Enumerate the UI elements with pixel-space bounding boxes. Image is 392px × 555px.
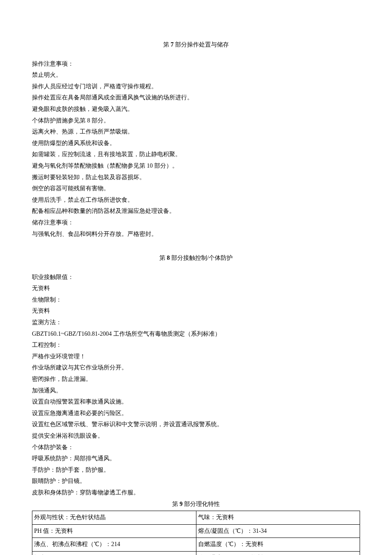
text-line: 工程控制： <box>32 340 360 351</box>
text-line: 设置自动报警装置和事故通风设施。 <box>32 396 360 408</box>
text-line: 个体防护措施参见第 8 部分。 <box>32 115 360 127</box>
table-cell: PH 值：无资料 <box>32 524 196 538</box>
properties-table: 外观与性状：无色针状结晶 气味：无资料 PH 值：无资料 熔点/凝固点（℃）：3… <box>32 511 360 555</box>
text-line: 避免眼和皮肤的接触，避免吸入蒸汽。 <box>32 104 360 115</box>
table-row: 闪点（℃）：30 分解温度（℃）：无资料 <box>32 551 360 555</box>
section8-heading: 第 8 部分接触控制/个体防护 <box>32 253 360 264</box>
table-cell: 闪点（℃）：30 <box>32 551 196 555</box>
heading-pre: 第 <box>172 501 180 507</box>
section7-content: 操作注意事项： 禁止明火。 操作人员应经过专门培训，严格遵守操作规程。 操作处置… <box>32 58 360 240</box>
text-line: 提供安全淋浴和洗眼设备。 <box>32 430 360 442</box>
text-line: 密闭操作，防止泄漏。 <box>32 374 360 385</box>
table-row: 沸点、初沸点和沸程（℃）：214 自燃温度（℃）：无资料 <box>32 538 360 552</box>
text-line: 无资料 <box>32 283 360 294</box>
text-line: 无资料 <box>32 305 360 317</box>
table-cell: 沸点、初沸点和沸程（℃）：214 <box>32 538 196 552</box>
text-line: 配备相应品种和数量的消防器材及泄漏应急处理设备。 <box>32 206 360 217</box>
heading-pre: 第 <box>159 255 167 261</box>
text-line: GBZT160.1~GBZ/T160.81-2004 工作场所空气有毒物质测定（… <box>32 328 360 340</box>
text-line: 储存注意事项： <box>32 217 360 229</box>
text-line: 职业接触限值： <box>32 272 360 283</box>
text-line: 使用后洗手，禁止在工作场所进饮食。 <box>32 195 360 206</box>
heading-post: 部分操作处置与储存 <box>174 41 229 48</box>
heading-num: 7 <box>171 41 174 48</box>
text-line: 避免与氧化剂等禁配物接触（禁配物参见第 10 部分）。 <box>32 160 360 172</box>
heading-pre: 第 <box>163 41 171 48</box>
table-cell: 分解温度（℃）：无资料 <box>196 551 360 555</box>
section7-heading: 第 7 部分操作处置与储存 <box>32 39 360 51</box>
table-row: PH 值：无资料 熔点/凝固点（℃）：31-34 <box>32 524 360 538</box>
text-line: 如需罐装，应控制流速，且有接地装置，防止静电积聚。 <box>32 149 360 160</box>
text-line: 操作注意事项： <box>32 58 360 70</box>
text-line: 生物限制： <box>32 294 360 306</box>
table-cell: 气味：无资料 <box>196 511 360 525</box>
section8-content: 职业接触限值： 无资料 生物限制： 无资料 监测方法： GBZT160.1~GB… <box>32 272 360 499</box>
text-line: 作业场所建议与其它作业场所分开。 <box>32 362 360 374</box>
text-line: 严格作业环境管理！ <box>32 351 360 363</box>
text-line: 呼吸系统防护：局部排气通风。 <box>32 453 360 465</box>
spacer <box>32 240 360 247</box>
text-line: 远离火种、热源，工作场所严禁吸烟。 <box>32 126 360 138</box>
text-line: 手防护：防护手套，防护服。 <box>32 465 360 476</box>
text-line: 设置应急撤离通道和必要的污险区。 <box>32 408 360 419</box>
text-line: 个体防护装备： <box>32 442 360 453</box>
text-line: 操作处置应在具备局部通风或全面通风换气设施的场所进行。 <box>32 92 360 104</box>
text-line: 操作人员应经过专门培训，严格遵守操作规程。 <box>32 81 360 93</box>
text-line: 与强氧化剂、食品和饲料分开存放。严格密封。 <box>32 229 360 240</box>
heading-post: 部分接触控制/个体防护 <box>170 255 233 261</box>
text-line: 眼睛防护：护目镜。 <box>32 476 360 487</box>
text-line: 监测方法： <box>32 317 360 328</box>
heading-num: 8 <box>167 255 170 261</box>
heading-num: 9 <box>180 501 183 507</box>
table-cell: 自燃温度（℃）：无资料 <box>196 538 360 552</box>
text-line: 加强通风。 <box>32 385 360 397</box>
text-line: 倒空的容器可能残留有害物。 <box>32 183 360 195</box>
text-line: 禁止明火。 <box>32 70 360 81</box>
table-row: 外观与性状：无色针状结晶 气味：无资料 <box>32 511 360 525</box>
heading-post: 部分理化特性 <box>183 501 220 507</box>
section9-heading: 第 9 部分理化特性 <box>32 499 360 510</box>
text-line: 搬运时要轻装轻卸，防止包装及容器损坏。 <box>32 172 360 183</box>
table-cell: 熔点/凝固点（℃）：31-34 <box>196 524 360 538</box>
text-line: 使用防爆型的通风系统和设备。 <box>32 138 360 149</box>
table-cell: 外观与性状：无色针状结晶 <box>32 511 196 525</box>
text-line: 皮肤和身体防护：穿防毒物渗透工作服。 <box>32 487 360 499</box>
text-line: 设置红色区域警示线、警示标识和中文警示说明，并设置通讯报警系统。 <box>32 419 360 430</box>
